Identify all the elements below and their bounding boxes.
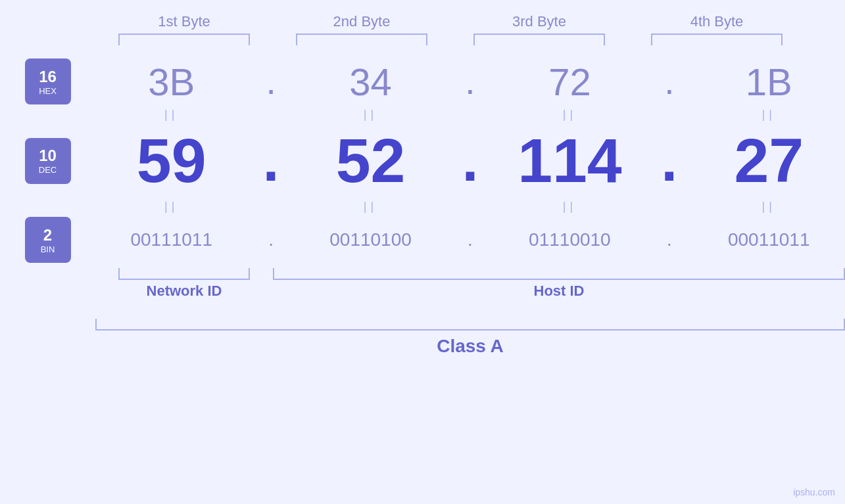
bin-base-label: BIN (41, 244, 55, 254)
eq-spacer-1 (258, 108, 284, 122)
eq-cell-1-4: || (703, 108, 834, 122)
eq-spacer-6 (656, 200, 683, 214)
hex-val-4: 1B (703, 60, 834, 104)
dec-val-1: 59 (106, 125, 237, 196)
bracket-top-3 (473, 34, 605, 45)
hex-values-row: 3B . 34 . 72 . 1B (95, 60, 845, 104)
main-container: 1st Byte 2nd Byte 3rd Byte 4th Byte 16 H… (0, 0, 845, 504)
dec-val-4: 27 (703, 125, 834, 196)
bin-dot-3: . (656, 229, 683, 250)
eq-spacer-5 (457, 200, 483, 214)
byte-headers-row: 1st Byte 2nd Byte 3rd Byte 4th Byte (95, 13, 845, 30)
eq-cell-1-2: || (305, 108, 437, 122)
equals-row-1: || || || || (0, 108, 845, 122)
dec-badge-container: 10 DEC (0, 138, 95, 184)
byte-header-2: 2nd Byte (273, 13, 450, 30)
byte-header-3: 3rd Byte (450, 13, 628, 30)
eq-spacer-4 (258, 200, 284, 214)
dec-values-row: 59 . 52 . 114 . 27 (95, 125, 845, 196)
bin-val-2: 00110100 (305, 229, 437, 250)
eq-cell-2-3: || (504, 200, 635, 214)
bracket-top-2 (296, 34, 427, 45)
equals-cells-1: || || || || (95, 108, 845, 122)
bin-dot-2: . (457, 229, 483, 250)
hex-val-2: 34 (305, 60, 437, 104)
dec-badge: 10 DEC (25, 138, 71, 184)
dec-val-3: 114 (504, 125, 635, 196)
hex-dot-1: . (258, 60, 284, 103)
network-id-bracket (118, 268, 250, 280)
dec-val-2: 52 (305, 125, 437, 196)
byte-header-1: 1st Byte (95, 13, 273, 30)
eq-cell-2-2: || (305, 200, 437, 214)
hex-base-label: HEX (39, 86, 57, 96)
bin-row: 2 BIN 00111011 . 00110100 . 01110010 . 0… (0, 217, 845, 263)
eq-cell-2-4: || (703, 200, 834, 214)
bin-val-4: 00011011 (703, 229, 834, 250)
hex-val-1: 3B (106, 60, 237, 104)
class-bracket (95, 319, 845, 331)
eq-cell-1-1: || (106, 108, 237, 122)
eq-spacer-2 (457, 108, 483, 122)
hex-row: 16 HEX 3B . 34 . 72 . 1B (0, 58, 845, 104)
hex-dot-3: . (656, 60, 683, 103)
hex-badge: 16 HEX (25, 58, 71, 104)
bin-base-num: 2 (43, 226, 52, 244)
bottom-brackets-area: Network ID Host ID (95, 268, 845, 311)
bin-badge: 2 BIN (25, 217, 71, 263)
bin-val-3: 01110010 (504, 229, 635, 250)
hex-val-3: 72 (504, 60, 635, 104)
host-id-bracket (273, 268, 845, 280)
watermark: ipshu.com (793, 487, 835, 497)
eq-cell-2-1: || (106, 200, 237, 214)
hex-base-num: 16 (39, 68, 57, 86)
eq-spacer-3 (656, 108, 683, 122)
dec-dot-3: . (656, 127, 683, 195)
class-area: Class A (95, 319, 845, 357)
equals-row-2: || || || || (0, 200, 845, 214)
dec-base-num: 10 (39, 147, 57, 165)
hex-badge-container: 16 HEX (0, 58, 95, 104)
dec-base-label: DEC (39, 165, 57, 175)
hex-dot-2: . (457, 60, 483, 103)
dec-dot-1: . (258, 127, 284, 195)
byte-header-4: 4th Byte (628, 13, 806, 30)
dec-dot-2: . (457, 127, 483, 195)
bracket-top-4 (651, 34, 783, 45)
bracket-top-1 (118, 34, 250, 45)
bin-values-row: 00111011 . 00110100 . 01110010 . 0001101… (95, 229, 845, 250)
top-brackets (95, 34, 845, 45)
host-id-label: Host ID (273, 283, 845, 300)
class-label: Class A (95, 336, 845, 357)
bin-dot-1: . (258, 229, 284, 250)
bin-val-1: 00111011 (106, 229, 237, 250)
network-id-label: Network ID (118, 283, 250, 300)
equals-cells-2: || || || || (95, 200, 845, 214)
eq-cell-1-3: || (504, 108, 635, 122)
bin-badge-container: 2 BIN (0, 217, 95, 263)
dec-row: 10 DEC 59 . 52 . 114 . 27 (0, 125, 845, 196)
